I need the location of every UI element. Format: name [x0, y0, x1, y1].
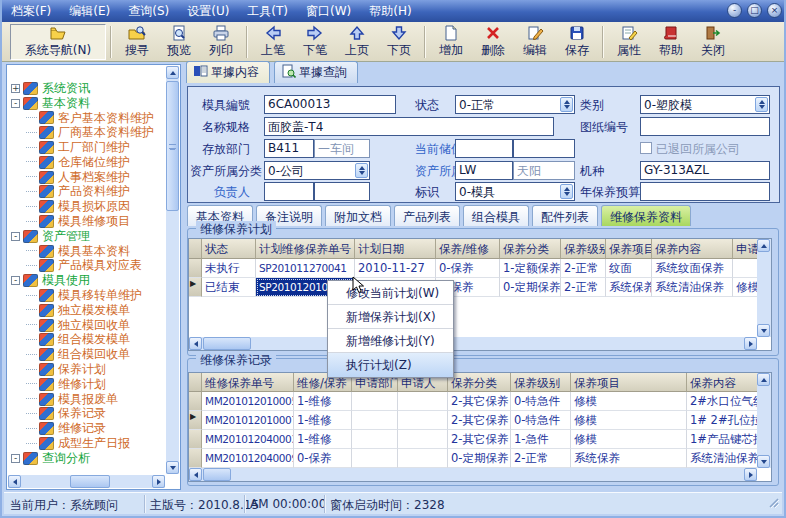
asset-class-select[interactable]: 0-公司	[264, 161, 370, 180]
column-header[interactable]: 保养级别	[561, 239, 606, 259]
manager-field-2[interactable]	[314, 182, 370, 201]
tree-expander[interactable]: -	[11, 454, 20, 463]
records-horizontal-scrollbar[interactable]	[189, 468, 757, 481]
menu-item-add-maintenance-plan[interactable]: 新增保养计划(X)	[328, 305, 453, 329]
scroll-right-button[interactable]	[744, 468, 757, 481]
mold-no-field[interactable]: 6CA00013	[264, 95, 396, 114]
tab-document-query[interactable]: 單據查詢	[274, 61, 358, 83]
tree-item[interactable]: 产品模具对应表	[9, 259, 165, 274]
tree-item[interactable]: 成型生产日报	[9, 436, 165, 451]
tree-item[interactable]: - 基本资料	[9, 96, 165, 111]
delete-button[interactable]: 删除	[472, 24, 514, 60]
search-button[interactable]: 搜寻	[116, 24, 158, 60]
manager-field-1[interactable]	[264, 182, 314, 201]
tree-item[interactable]: - 查询分析	[9, 451, 165, 466]
column-header[interactable]: 保养内容	[652, 239, 733, 259]
scroll-right-button[interactable]	[744, 337, 757, 350]
close-button[interactable]: ×	[767, 3, 782, 18]
scroll-down-button[interactable]	[757, 324, 770, 337]
tree-item[interactable]: 独立模回收单	[9, 318, 165, 333]
tree-item[interactable]: 模具基本资料	[9, 244, 165, 259]
table-row[interactable]: ▶ MM201012010007 1-维修 2-其它保养 0-特急件 修模 1#…	[189, 411, 771, 430]
detail-tab[interactable]: 产品列表	[394, 205, 460, 226]
flag-select[interactable]: 0-模具	[455, 182, 575, 201]
tree-item[interactable]: 模具报废单	[9, 392, 165, 407]
tree-item[interactable]: - 资产管理	[9, 229, 165, 244]
scroll-left-button[interactable]	[189, 337, 202, 350]
menu-edit[interactable]: 编辑(E)	[60, 1, 119, 22]
sidebar-vertical-scrollbar[interactable]	[166, 66, 179, 474]
column-header[interactable]: 保养分类	[500, 239, 561, 259]
current-bin-field-2[interactable]	[513, 139, 575, 158]
menu-tools[interactable]: 工具(T)	[238, 1, 297, 22]
menu-settings[interactable]: 设置(U)	[178, 1, 238, 22]
exit-button[interactable]: 关闭	[692, 24, 734, 60]
help-button[interactable]: 帮助	[650, 24, 692, 60]
machine-field[interactable]: GY-313AZL	[640, 161, 770, 180]
spinner-icon[interactable]	[755, 97, 768, 112]
tree-item[interactable]: 维修记录	[9, 421, 165, 436]
menu-help[interactable]: 帮助(H)	[360, 1, 420, 22]
column-header[interactable]: 维修保养单号	[202, 373, 294, 392]
prev-page-button[interactable]: 上页	[336, 24, 378, 60]
scrollbar-thumb[interactable]	[203, 468, 231, 481]
tree-item[interactable]: 组合模发模单	[9, 333, 165, 348]
detail-tab[interactable]: 配件列表	[532, 205, 598, 226]
name-spec-field[interactable]: 面胶盖-T4	[264, 117, 554, 136]
menu-item-execute-plan[interactable]: 执行计划(Z)	[328, 353, 453, 377]
spinner-icon[interactable]	[560, 97, 573, 112]
menu-window[interactable]: 窗口(W)	[297, 1, 360, 22]
scrollbar-thumb[interactable]	[70, 475, 110, 488]
column-header[interactable]: 保养项目	[571, 373, 687, 392]
detail-tab[interactable]: 维修保养资料	[601, 205, 691, 226]
tree-expander[interactable]: -	[11, 276, 20, 285]
next-record-button[interactable]: 下笔	[294, 24, 336, 60]
plan-vertical-scrollbar[interactable]	[757, 239, 771, 337]
preview-button[interactable]: 预览	[158, 24, 200, 60]
table-row[interactable]: MM201012040009 0-保养 0-定期保养 2-正常 系统保养 系统清…	[189, 449, 771, 468]
tree-item[interactable]: + 系统资讯	[9, 81, 165, 96]
scroll-up-button[interactable]	[757, 373, 770, 386]
add-button[interactable]: 增加	[430, 24, 472, 60]
column-header[interactable]: 状态	[202, 239, 256, 259]
tree-expander[interactable]: +	[11, 84, 20, 93]
spinner-icon[interactable]	[560, 184, 573, 199]
tree-item[interactable]: 模具维修项目	[9, 214, 165, 229]
tree-item[interactable]: 客户基本资料维护	[9, 111, 165, 126]
store-dept-field[interactable]: B411	[264, 139, 314, 158]
tree-expander[interactable]: -	[11, 232, 20, 241]
resize-grip[interactable]	[767, 496, 780, 512]
scrollbar-thumb[interactable]	[166, 81, 179, 211]
tree-item[interactable]: 独立模发模单	[9, 303, 165, 318]
scroll-right-button[interactable]	[152, 475, 165, 488]
restore-button[interactable]: □	[747, 3, 762, 18]
records-vertical-scrollbar[interactable]	[757, 373, 771, 468]
tree-expander[interactable]: -	[11, 99, 20, 108]
tree-item[interactable]: 工厂部门维护	[9, 140, 165, 155]
tree-item[interactable]: 仓库储位维护	[9, 155, 165, 170]
asset-owner-field[interactable]: LW	[455, 161, 513, 180]
table-row-selected[interactable]: ▶ 已结束 SP201012010001 0-保养 0-定期保养 2-正常 系统…	[189, 278, 771, 297]
scroll-left-button[interactable]	[189, 468, 202, 481]
column-header[interactable]: 保养/维修	[436, 239, 500, 259]
tree-item[interactable]: 人事档案维护	[9, 170, 165, 185]
table-row[interactable]: MM201012010005 1-维修 2-其它保养 0-特急件 修模 2#水口…	[189, 392, 771, 411]
menu-file[interactable]: 档案(F)	[2, 1, 60, 22]
scroll-up-button[interactable]	[757, 239, 770, 252]
scroll-up-button[interactable]	[166, 66, 179, 79]
tab-document-content[interactable]: 單據内容	[186, 61, 270, 83]
scrollbar-thumb[interactable]	[203, 337, 251, 350]
column-header[interactable]: 申请	[733, 239, 759, 259]
drawing-no-field[interactable]	[640, 117, 770, 136]
menu-item-add-repair-plan[interactable]: 新增维修计划(Y)	[328, 329, 453, 353]
minimize-button[interactable]: -	[727, 3, 742, 18]
column-header[interactable]: 计划日期	[355, 239, 436, 259]
tree-item[interactable]: 厂商基本资料维护	[9, 125, 165, 140]
budget-field[interactable]	[640, 182, 770, 201]
menu-query[interactable]: 查询(S)	[119, 1, 178, 22]
column-header[interactable]: 保养级别	[511, 373, 571, 392]
column-header[interactable]: 保养项目	[606, 239, 652, 259]
menu-item-modify-plan[interactable]: 修改当前计划(W)	[328, 281, 453, 305]
scroll-down-button[interactable]	[757, 455, 770, 468]
column-header[interactable]: 保养分类	[448, 373, 511, 392]
